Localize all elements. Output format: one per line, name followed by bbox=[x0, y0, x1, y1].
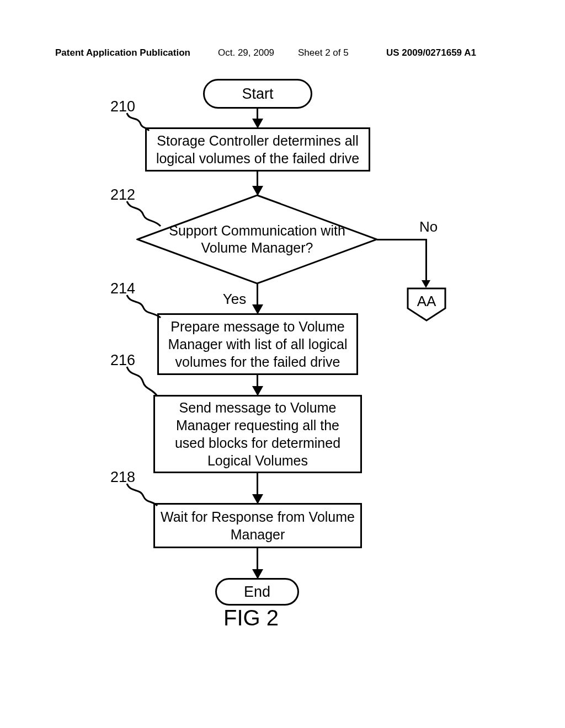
process-218-text: Wait for Response from Volume Manager bbox=[161, 508, 355, 543]
process-210: Storage Controller determines all logica… bbox=[145, 127, 370, 172]
process-218: Wait for Response from Volume Manager bbox=[153, 503, 362, 548]
sheet-label: Sheet 2 of 5 bbox=[298, 47, 349, 58]
process-216: Send message to Volume Manager requestin… bbox=[153, 395, 362, 473]
publication-date: Oct. 29, 2009 bbox=[218, 47, 274, 58]
connector bbox=[377, 239, 427, 240]
end-terminal: End bbox=[215, 578, 299, 606]
yes-label: Yes bbox=[215, 290, 254, 308]
offpage-label: AA bbox=[417, 292, 436, 309]
arrow-icon bbox=[422, 280, 430, 288]
leader-line bbox=[124, 292, 163, 320]
connector bbox=[257, 473, 258, 496]
leader-line bbox=[124, 110, 151, 132]
offpage-connector-aa: AA bbox=[407, 287, 446, 322]
start-terminal: Start bbox=[203, 79, 312, 109]
process-216-text: Send message to Volume Manager requestin… bbox=[161, 399, 355, 469]
leader-line bbox=[124, 481, 160, 508]
no-label: No bbox=[419, 218, 452, 236]
publication-label: Patent Application Publication bbox=[55, 47, 190, 58]
process-214-text: Prepare message to Volume Manager with l… bbox=[164, 318, 351, 371]
start-label: Start bbox=[242, 85, 273, 103]
leader-line bbox=[124, 364, 160, 400]
process-210-text: Storage Controller determines all logica… bbox=[152, 132, 363, 167]
figure-label: FIG 2 bbox=[223, 606, 279, 630]
end-label: End bbox=[244, 584, 270, 601]
connector bbox=[257, 283, 258, 307]
process-214: Prepare message to Volume Manager with l… bbox=[157, 313, 358, 375]
connector bbox=[425, 239, 427, 282]
leader-line bbox=[124, 199, 163, 229]
publication-number: US 2009/0271659 A1 bbox=[386, 47, 476, 58]
decision-212-text: Support Communication with Volume Manage… bbox=[161, 222, 354, 257]
decision-212: Support Communication with Volume Manage… bbox=[136, 194, 378, 285]
connector bbox=[257, 548, 258, 571]
